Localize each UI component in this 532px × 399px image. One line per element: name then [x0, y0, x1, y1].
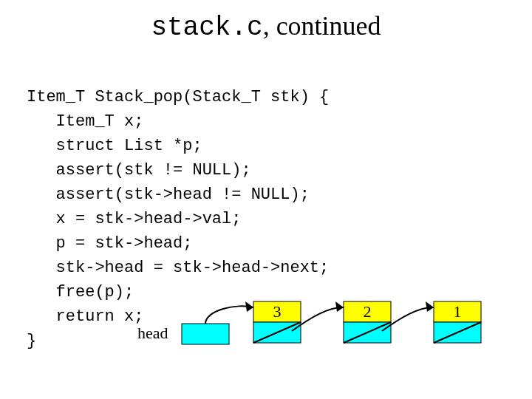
code-line: }: [27, 332, 36, 350]
code-line: struct List *p;: [27, 137, 202, 155]
code-listing: Item_T Stack_pop(Stack_T stk) { Item_T x…: [27, 61, 532, 353]
code-line: p = stk->head;: [27, 234, 192, 253]
code-line: assert(stk != NULL);: [27, 161, 251, 180]
head-pointer-label: head: [137, 324, 168, 343]
title-filename: stack.c: [151, 13, 262, 43]
code-line: x = stk->head->val;: [27, 210, 241, 228]
code-line: free(p);: [27, 283, 134, 301]
code-line: return x;: [27, 307, 143, 326]
code-line: assert(stk->head != NULL);: [27, 185, 310, 204]
code-line: Item_T Stack_pop(Stack_T stk) {: [27, 88, 329, 106]
code-line: stk->head = stk->head->next;: [27, 259, 329, 277]
title-suffix: , continued: [263, 11, 381, 41]
code-line: Item_T x;: [27, 112, 143, 131]
slide-title: stack.c, continued: [0, 10, 532, 43]
